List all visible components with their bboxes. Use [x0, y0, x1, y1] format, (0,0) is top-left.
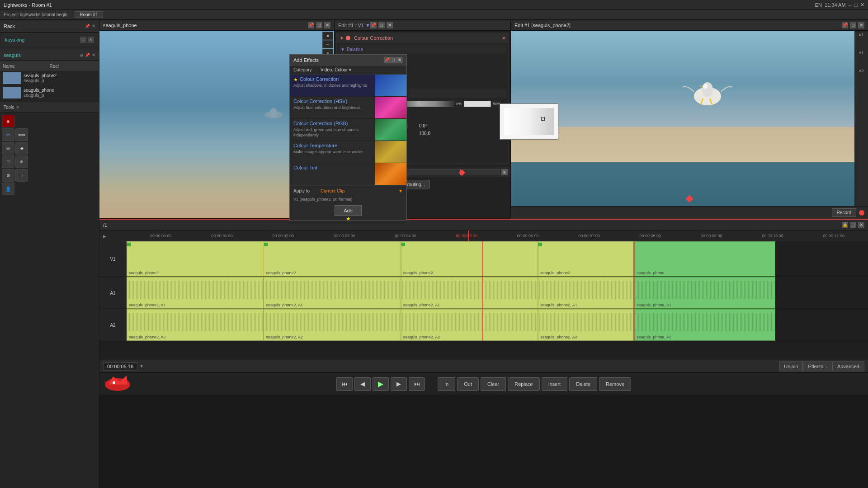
ae-add-btn[interactable]: Add — [335, 205, 362, 216]
ae-category-arrow[interactable]: ▼ — [348, 67, 352, 72]
tool-btn-edit[interactable]: ✂ — [2, 128, 14, 141]
tl-expand-btn[interactable]: □ — [850, 222, 856, 228]
ae-apply-value[interactable]: Current Clip — [321, 188, 398, 193]
a1-clip-3[interactable]: seaguls_phone2, A1 — [538, 277, 634, 309]
edit-close-btn[interactable]: ✕ — [387, 22, 393, 28]
a2-track-content[interactable]: seaguls_phone2, A2 seaguls_phone2, A2 se… — [127, 309, 868, 341]
source-overlay-btn-0[interactable]: ■ — [322, 32, 333, 40]
record-btn[interactable]: Record — [832, 208, 856, 217]
a2-clip-3[interactable]: seaguls_phone2, A2 — [538, 309, 634, 341]
a1-track-content[interactable]: seaguls_phone2, A1 seaguls_phone2, A1 se… — [127, 277, 868, 309]
clear-btn[interactable]: Clear — [481, 377, 506, 391]
v1-track-content[interactable]: seaguls_phone2 seaguls_phone2 seaguls_ph… — [127, 241, 868, 277]
tool-btn-user[interactable]: 👤 — [2, 183, 14, 195]
range-white-bar[interactable] — [464, 101, 491, 107]
color-picker-cursor[interactable] — [541, 117, 545, 121]
timecode-dropdown[interactable]: ▼ — [139, 364, 144, 369]
v1-clip-1[interactable]: seaguls_phone2 — [264, 241, 401, 277]
cc-collapse-arrow[interactable]: ▼ — [340, 36, 344, 41]
tl-lock-btn[interactable]: 🔒 — [842, 222, 848, 228]
record-pin-btn[interactable]: 📌 — [842, 22, 848, 28]
tool-btn-mix[interactable]: ⊕ — [15, 155, 28, 168]
tool-btn-box[interactable]: □ — [2, 155, 14, 168]
color-picker-inner[interactable] — [504, 108, 554, 135]
v1-clip-4[interactable]: seaguls_phone — [634, 241, 775, 277]
bin-close-icon[interactable]: ✕ — [92, 52, 95, 57]
a2-clip-2[interactable]: seaguls_phone2, A2 — [401, 309, 538, 341]
bin-item-0[interactable]: seaguls_phone2 seaguls_p — [0, 71, 99, 85]
jump-start-btn[interactable]: ⏮ — [336, 377, 353, 391]
insert-btn[interactable]: Insert — [542, 377, 568, 391]
in-btn[interactable]: In — [438, 377, 455, 391]
out-btn[interactable]: Out — [457, 377, 479, 391]
record-close-btn[interactable]: ✕ — [858, 22, 864, 28]
ae-effect-0[interactable]: ★ Colour Correction Adjust shadows, midt… — [290, 75, 406, 97]
a1-clip-4[interactable]: seaguls_phone, A1 — [634, 277, 775, 309]
ae-close-btn[interactable]: ✕ — [396, 57, 403, 63]
a2-clip-1[interactable]: seaguls_phone2, A2 — [264, 309, 401, 341]
replace-btn[interactable]: Replace — [508, 377, 539, 391]
brightness-value[interactable]: 100.0 — [419, 131, 430, 136]
room-tab[interactable]: Room #1 — [75, 11, 103, 18]
tool-btn-mark[interactable]: ◆ — [15, 142, 28, 155]
remove-btn[interactable]: Remove — [599, 377, 631, 391]
rack-close-icon[interactable]: ✕ — [92, 23, 95, 28]
source-pin-btn[interactable]: 📌 — [308, 22, 314, 28]
bin-item-1[interactable]: seaguls_phone seaguls_p — [0, 85, 99, 100]
cc-reset-btn[interactable]: ✕ — [502, 36, 505, 41]
tint-amount-value[interactable]: 0.0° — [419, 123, 427, 128]
ae-effect-2[interactable]: Colour Correction (RGB) Adjust red, gree… — [290, 119, 406, 141]
v1-clip-0[interactable]: seaguls_phone2 — [127, 241, 264, 277]
balance-collapse-arrow[interactable]: ▼ — [340, 47, 345, 52]
v1-clip-2[interactable]: seaguls_phone2 — [401, 241, 538, 277]
step-fwd-btn[interactable]: ▶ — [391, 377, 407, 391]
record-expand-btn[interactable]: □ — [850, 22, 856, 28]
ae-expand-btn[interactable]: □ — [390, 57, 396, 63]
a1-clip-1[interactable]: seaguls_phone2, A1 — [264, 277, 401, 309]
source-overlay-btn-1[interactable]: ─ — [322, 40, 333, 48]
effects-btn[interactable]: Effects... — [803, 361, 832, 371]
source-expand-btn[interactable]: □ — [316, 22, 322, 28]
tool-btn-export[interactable]: → — [15, 169, 28, 182]
timecode-display[interactable]: 00:00:05.16 — [103, 362, 137, 371]
ae-apply-arrow[interactable]: ▼ — [398, 188, 403, 193]
tl-close-btn[interactable]: ✕ — [858, 222, 864, 228]
kf-menu-btn[interactable]: ≡ — [501, 169, 508, 175]
rack-item-expand[interactable]: □ — [80, 37, 86, 43]
source-close-btn[interactable]: ✕ — [324, 22, 330, 28]
maximize-btn[interactable]: □ — [854, 2, 858, 8]
project-label[interactable]: Project: lightworks tutorial begin — [4, 12, 67, 17]
ae-star-0[interactable]: ★ — [293, 77, 298, 83]
a1-clip-0[interactable]: seaguls_phone2, A1 — [127, 277, 264, 309]
rack-item-kayaking[interactable]: kayaking □ ✕ — [1, 33, 98, 46]
tools-close-icon[interactable]: ✕ — [16, 105, 19, 110]
ae-pin-btn[interactable]: 📌 — [384, 57, 390, 63]
advanced-btn[interactable]: Advanced — [832, 361, 864, 371]
a2-clip-0[interactable]: seaguls_phone2, A2 — [127, 309, 264, 341]
tool-btn-settings[interactable]: ⚙ — [2, 169, 14, 182]
ae-category-value[interactable]: Video, Colour — [321, 67, 348, 72]
play-btn[interactable]: ▶ — [373, 377, 389, 391]
minimize-btn[interactable]: ─ — [849, 2, 852, 8]
ae-effect-4[interactable]: Colour Tint — [290, 163, 406, 185]
rack-pin-icon[interactable]: 📌 — [85, 24, 90, 28]
tool-btn-record[interactable]: ● — [2, 115, 14, 127]
ae-effect-1[interactable]: Colour Correction (HSV) Adjust hue, satu… — [290, 97, 406, 119]
tool-btn-grid[interactable]: ⊞ — [2, 142, 14, 155]
edit-dropdown-arrow[interactable]: ▼ — [365, 23, 370, 28]
ae-effect-3[interactable]: Colour Temperature Make images appear wa… — [290, 141, 406, 163]
color-picker-popup[interactable] — [500, 103, 558, 140]
tool-btn-move[interactable]: ⟺ — [15, 128, 28, 141]
edit-expand-btn[interactable]: □ — [378, 22, 385, 28]
delete-btn[interactable]: Delete — [569, 377, 597, 391]
bin-expand-icon[interactable]: ⊞ — [80, 53, 83, 57]
close-btn[interactable]: ✕ — [860, 2, 864, 8]
bin-pin-icon[interactable]: 📌 — [85, 53, 90, 57]
jump-end-btn[interactable]: ⏭ — [409, 377, 425, 391]
step-back-btn[interactable]: ◀ — [354, 377, 371, 391]
rack-item-close[interactable]: ✕ — [88, 37, 94, 43]
unjoin-btn[interactable]: Unjoin — [779, 361, 803, 371]
v1-clip-3[interactable]: seaguls_phone2 — [538, 241, 634, 277]
kf-timeline[interactable] — [401, 169, 500, 175]
edit-pin-btn[interactable]: 📌 — [370, 22, 377, 28]
